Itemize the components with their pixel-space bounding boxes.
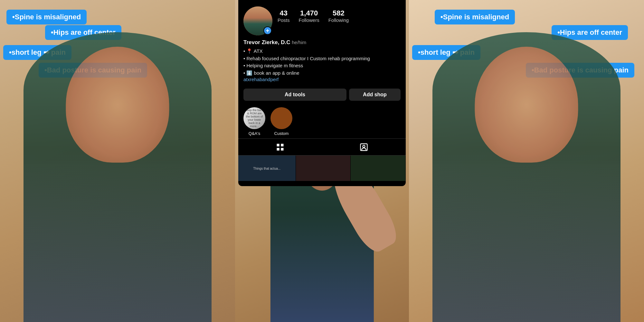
profile-stats: 43 Posts 1,470 Followers 582 Following [278, 6, 401, 23]
svg-rect-3 [281, 148, 283, 150]
left-person-face [66, 47, 169, 163]
followers-label: Followers [299, 17, 319, 23]
bio-line-2: • Rehab focused chiropractor I Custom re… [243, 55, 401, 62]
right-bubble-spine: •Spine is misaligned [435, 10, 515, 24]
ig-bio: Trevor Zierke, D.C he/him • 📍 ATX • Reha… [238, 39, 406, 86]
grid-item-1: Things that actua... [238, 156, 296, 181]
followers-stat: 1,470 Followers [299, 9, 319, 23]
ig-actions: Ad tools Add shop [238, 86, 406, 103]
right-person-face [475, 47, 578, 163]
bio-line-3: • Helping navigate m fitness [243, 62, 401, 70]
left-bubble-spine: •Spine is misaligned [6, 10, 87, 24]
left-person [24, 32, 212, 322]
bio-link[interactable]: atxrehabandperf [243, 77, 401, 82]
add-story-button[interactable]: + [263, 26, 272, 35]
following-count: 582 [333, 9, 345, 17]
highlight-qa-preview: Keep the band & ROM are the bottom of yo… [245, 109, 264, 128]
posts-stat: 43 Posts [278, 9, 290, 23]
grid-item-2 [296, 156, 351, 181]
right-person [432, 32, 620, 322]
highlight-custom[interactable]: Custom [270, 107, 292, 136]
posts-count: 43 [280, 9, 288, 17]
highlight-qa[interactable]: Keep the band & ROM are the bottom of yo… [243, 107, 265, 136]
svg-rect-2 [277, 148, 279, 150]
ig-highlights: Keep the band & ROM are the bottom of yo… [238, 103, 406, 138]
left-panel: •Spine is misaligned •Hips are off cente… [0, 0, 235, 322]
ig-header: + 43 Posts 1,470 Followers 582 Following [238, 0, 406, 39]
bio-line-4: • ⬇️ book an app & online [243, 70, 401, 77]
avatar-container: + [243, 6, 272, 35]
ig-tabs [238, 138, 406, 155]
svg-rect-0 [277, 144, 279, 147]
center-panel: + 43 Posts 1,470 Followers 582 Following [235, 0, 409, 322]
bio-line-1: • 📍 ATX [243, 48, 401, 55]
posts-label: Posts [278, 17, 290, 23]
highlight-custom-label: Custom [274, 131, 289, 136]
grid-item-text: Things that actua... [253, 167, 280, 170]
following-stat: 582 Following [328, 9, 349, 23]
ad-tools-button[interactable]: Ad tools [243, 89, 346, 101]
add-shop-button[interactable]: Add shop [349, 89, 401, 101]
highlight-custom-circle [270, 107, 292, 129]
svg-rect-1 [281, 144, 283, 147]
pronouns: he/him [292, 40, 306, 45]
grid-item-3 [351, 156, 406, 181]
following-label: Following [328, 17, 349, 23]
svg-point-5 [363, 145, 365, 147]
tagged-tab[interactable] [359, 143, 368, 154]
highlight-qa-label: Q&A's [249, 131, 260, 136]
instagram-overlay: + 43 Posts 1,470 Followers 582 Following [238, 0, 406, 186]
ig-grid-preview: Things that actua... [238, 155, 406, 181]
profile-name: Trevor Zierke, D.C he/him [243, 39, 401, 46]
right-panel: •Spine is misaligned •Hips are off cente… [409, 0, 644, 322]
followers-count: 1,470 [300, 9, 318, 17]
highlight-qa-circle: Keep the band & ROM are the bottom of yo… [243, 107, 265, 129]
grid-tab[interactable] [276, 143, 285, 154]
